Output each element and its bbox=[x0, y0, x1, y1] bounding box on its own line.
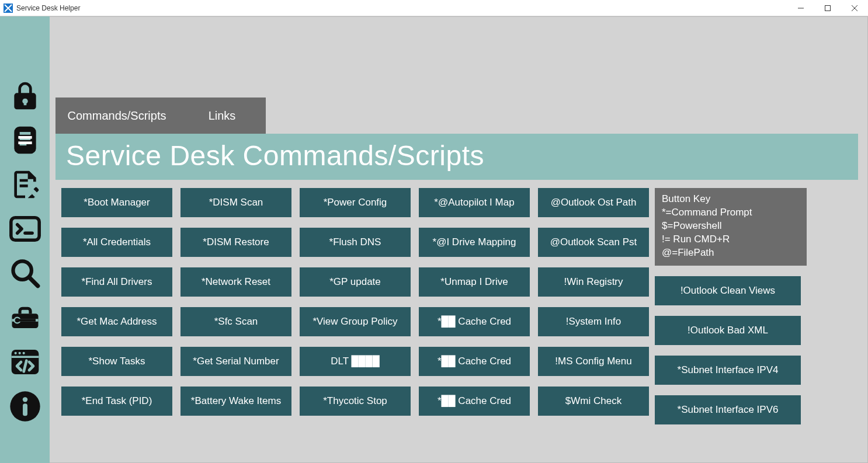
boot-manager-button[interactable]: *Boot Manager bbox=[61, 188, 172, 217]
system-info-button[interactable]: !System Info bbox=[538, 307, 649, 336]
panel-body: *Boot Manager *All Credentials *Find All… bbox=[55, 180, 858, 433]
col-5: @Outlook Ost Path @Outlook Scan Pst !Win… bbox=[538, 188, 649, 424]
app-body: Commands/Scripts Links Service Desk Comm… bbox=[0, 16, 868, 463]
svg-rect-13 bbox=[11, 356, 39, 358]
terminal-icon[interactable] bbox=[7, 211, 43, 247]
subnet-interface-ipv4-button[interactable]: *Subnet Interface IPV4 bbox=[655, 356, 801, 385]
titlebar-left: Service Desk Helper bbox=[0, 4, 80, 13]
key-line-2: $=Powershell bbox=[662, 220, 800, 233]
unmap-i-drive-button[interactable]: *Unmap I Drive bbox=[419, 267, 530, 297]
get-mac-address-button[interactable]: *Get Mac Address bbox=[61, 307, 172, 336]
spacer bbox=[55, 27, 858, 98]
subnet-interface-ipv6-button[interactable]: *Subnet Interface IPV6 bbox=[655, 395, 801, 424]
lock-icon[interactable] bbox=[7, 78, 43, 114]
panel-header: Service Desk Commands/Scripts bbox=[55, 134, 858, 180]
key-line-1: *=Command Prompt bbox=[662, 206, 800, 220]
cache-cred-3-button[interactable]: *██ Cache Cred bbox=[419, 387, 530, 416]
col-6: !Outlook Clean Views !Outlook Bad XML *S… bbox=[655, 276, 807, 424]
gp-update-button[interactable]: *GP update bbox=[300, 267, 411, 297]
window-title: Service Desk Helper bbox=[16, 4, 80, 12]
document-icon[interactable] bbox=[7, 122, 43, 158]
dism-scan-button[interactable]: *DISM Scan bbox=[180, 188, 291, 217]
button-key-box: Button Key *=Command Prompt $=Powershell… bbox=[655, 188, 807, 266]
window-titlebar: Service Desk Helper bbox=[0, 0, 868, 16]
ms-config-menu-button[interactable]: !MS Config Menu bbox=[538, 347, 649, 376]
col-1: *Boot Manager *All Credentials *Find All… bbox=[61, 188, 172, 424]
outlook-scan-pst-button[interactable]: @Outlook Scan Pst bbox=[538, 228, 649, 257]
svg-point-15 bbox=[18, 352, 20, 354]
svg-line-7 bbox=[29, 277, 38, 286]
maximize-button[interactable] bbox=[814, 0, 841, 16]
info-icon[interactable] bbox=[7, 388, 43, 424]
show-tasks-button[interactable]: *Show Tasks bbox=[61, 347, 172, 376]
dism-restore-button[interactable]: *DISM Restore bbox=[180, 228, 291, 257]
outlook-clean-views-button[interactable]: !Outlook Clean Views bbox=[655, 276, 801, 305]
svg-point-14 bbox=[14, 352, 16, 354]
col-4: *@Autopilot I Map *@I Drive Mapping *Unm… bbox=[419, 188, 530, 424]
right-column: Button Key *=Command Prompt $=Powershell… bbox=[655, 188, 807, 424]
tab-bar: Commands/Scripts Links bbox=[55, 98, 858, 134]
power-config-button[interactable]: *Power Config bbox=[300, 188, 411, 217]
outlook-ost-path-button[interactable]: @Outlook Ost Path bbox=[538, 188, 649, 217]
close-button[interactable] bbox=[841, 0, 868, 16]
sfc-scan-button[interactable]: *Sfc Scan bbox=[180, 307, 291, 336]
code-icon[interactable] bbox=[7, 344, 43, 380]
search-icon[interactable] bbox=[7, 255, 43, 291]
all-credentials-button[interactable]: *All Credentials bbox=[61, 228, 172, 257]
battery-wake-items-button[interactable]: *Battery Wake Items bbox=[180, 387, 291, 416]
end-task-pid-button[interactable]: *End Task (PID) bbox=[61, 387, 172, 416]
thycotic-stop-button[interactable]: *Thycotic Stop bbox=[300, 387, 411, 416]
key-line-3: != Run CMD+R bbox=[662, 233, 800, 246]
toolbox-icon[interactable] bbox=[7, 300, 43, 336]
main-content: Commands/Scripts Links Service Desk Comm… bbox=[50, 16, 868, 463]
cache-cred-1-button[interactable]: *██ Cache Cred bbox=[419, 307, 530, 336]
svg-rect-3 bbox=[18, 141, 32, 144]
key-line-4: @=FilePath bbox=[662, 246, 800, 260]
svg-point-16 bbox=[22, 352, 25, 354]
network-reset-button[interactable]: *Network Reset bbox=[180, 267, 291, 297]
tab-links[interactable]: Links bbox=[178, 98, 266, 134]
svg-point-18 bbox=[22, 397, 27, 402]
key-heading: Button Key bbox=[662, 193, 800, 206]
svg-rect-19 bbox=[23, 403, 27, 416]
dlt-button[interactable]: DLT ████ bbox=[300, 347, 411, 376]
cache-cred-2-button[interactable]: *██ Cache Cred bbox=[419, 347, 530, 376]
minimize-button[interactable] bbox=[787, 0, 814, 16]
get-serial-number-button[interactable]: *Get Serial Number bbox=[180, 347, 291, 376]
col-3: *Power Config *Flush DNS *GP update *Vie… bbox=[300, 188, 411, 424]
button-columns: *Boot Manager *All Credentials *Find All… bbox=[61, 188, 649, 424]
window-controls bbox=[787, 0, 868, 16]
svg-rect-4 bbox=[11, 218, 39, 241]
app-icon bbox=[4, 4, 13, 13]
svg-rect-2 bbox=[18, 136, 32, 139]
edit-document-icon[interactable] bbox=[7, 166, 43, 203]
svg-rect-1 bbox=[825, 6, 831, 11]
find-all-drivers-button[interactable]: *Find All Drivers bbox=[61, 267, 172, 297]
outlook-bad-xml-button[interactable]: !Outlook Bad XML bbox=[655, 316, 801, 345]
i-drive-mapping-button[interactable]: *@I Drive Mapping bbox=[419, 228, 530, 257]
win-registry-button[interactable]: !Win Registry bbox=[538, 267, 649, 297]
tab-commands[interactable]: Commands/Scripts bbox=[55, 98, 178, 134]
wmi-check-button[interactable]: $Wmi Check bbox=[538, 387, 649, 416]
autopilot-i-map-button[interactable]: *@Autopilot I Map bbox=[419, 188, 530, 217]
view-group-policy-button[interactable]: *View Group Policy bbox=[300, 307, 411, 336]
svg-rect-11 bbox=[17, 319, 36, 322]
flush-dns-button[interactable]: *Flush DNS bbox=[300, 228, 411, 257]
col-2: *DISM Scan *DISM Restore *Network Reset … bbox=[180, 188, 291, 424]
sidebar bbox=[0, 16, 50, 463]
